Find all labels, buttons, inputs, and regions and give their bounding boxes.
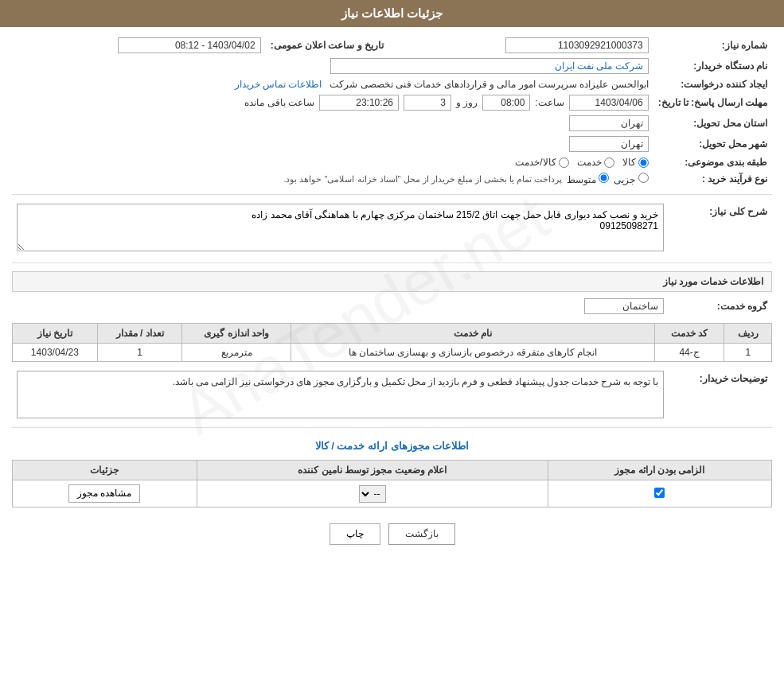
mohlat-roz: 3	[404, 95, 451, 111]
row-nam: انجام کارهای متفرقه درخصوص بازسازی و بهس…	[291, 344, 655, 362]
geroheKhadamat-value-cell: ساختمان	[12, 296, 669, 317]
mohlat-label: مهلت ارسال پاسخ: تا تاریخ:	[653, 92, 772, 113]
separator-1	[12, 194, 772, 195]
shahr-value: تهران	[569, 136, 649, 152]
khadamat-title: اطلاعات خدمات مورد نیاز	[12, 271, 772, 292]
permissions-table: الزامی بودن ارائه مجوز اعلام وضعیت مجوز …	[12, 460, 772, 507]
row-tedad: 1	[97, 344, 182, 362]
print-button[interactable]: چاپ	[330, 523, 380, 545]
tabaqe-kala[interactable]: کالا	[622, 157, 649, 168]
mohlat-baqi-label: ساعت باقی مانده	[244, 97, 314, 108]
tozihat-box: با توجه به شرح خدمات جدول پیشنهاد قطعی و…	[17, 371, 664, 418]
mohlat-row: 1403/04/06 ساعت: 08:00 روز و 3 23:10:26 …	[12, 92, 653, 113]
shahr-label: شهر محل تحویل:	[653, 134, 772, 154]
bottom-buttons: بازگشت چاپ	[12, 523, 772, 545]
ijadKonande-value-cell: ابوالحسن علیزاده سرپرست امور مالی و قرار…	[12, 76, 653, 92]
taarikh-value: 1403/04/02 - 08:12	[118, 37, 261, 53]
tozihat-value: با توجه به شرح خدمات جدول پیشنهاد قطعی و…	[173, 376, 658, 387]
separator-2	[12, 262, 772, 263]
tabaqe-kala-khadamat[interactable]: کالا/خدمت	[515, 157, 568, 168]
sharh-value-cell	[12, 201, 669, 256]
row-kod: ج-44	[654, 344, 724, 362]
namDastgah-label: نام دستگاه خریدار:	[653, 56, 772, 76]
perm-elzami-checkbox[interactable]	[654, 488, 665, 498]
shomareNiaz-value-cell: 1103092921000373	[400, 35, 653, 56]
ostan-value-cell: تهران	[400, 113, 653, 134]
ostan-label: استان محل تحویل:	[653, 113, 772, 134]
jozi-radio[interactable]	[638, 173, 649, 183]
col-radif: ردیف	[724, 324, 772, 344]
sharh-textarea[interactable]	[17, 204, 664, 251]
shahr-value-cell: تهران	[400, 134, 653, 154]
mohlat-baqi: 23:10:26	[319, 95, 399, 111]
col-kod: کد خدمت	[654, 324, 724, 344]
perm-col-elzami: الزامی بودن ارائه مجوز	[548, 461, 771, 480]
mohlat-roz-label: روز و	[456, 97, 478, 108]
page-title: جزئیات اطلاعات نیاز	[341, 6, 443, 20]
services-table: ردیف کد خدمت نام خدمت واحد اندازه گیری ت…	[12, 323, 772, 362]
perm-col-vaziat: اعلام وضعیت مجوز توسط نامین کننده	[197, 461, 548, 480]
back-button[interactable]: بازگشت	[388, 523, 455, 545]
ostan-value: تهران	[569, 115, 649, 131]
perm-col-joziyat: جزئیات	[13, 461, 197, 480]
tabaqe-label: طبقه بندی موضوعی:	[653, 154, 772, 170]
motevaset-option[interactable]: متوسط	[567, 173, 609, 185]
motevaset-radio[interactable]	[599, 173, 609, 183]
noeFarayand-label: نوع فرآیند خرید :	[653, 170, 772, 188]
permissions-section: اطلاعات مجوزهای ارائه خدمت / کالا الزامی…	[12, 436, 772, 507]
tozihat-grid: توضیحات خریدار: با توجه به شرح خدمات جدو…	[12, 368, 772, 421]
perm-vaziat-select[interactable]: --	[359, 485, 386, 503]
tabaqe-kala-radio[interactable]	[638, 157, 649, 168]
mohlat-saat-label: ساعت:	[535, 97, 564, 108]
mohlat-date: 1403/04/06	[569, 95, 649, 111]
tozihat-value-cell: با توجه به شرح خدمات جدول پیشنهاد قطعی و…	[12, 368, 669, 421]
tozihat-label: توضیحات خریدار:	[669, 368, 772, 421]
mohlat-saat: 08:00	[482, 95, 530, 111]
col-vahed: واحد اندازه گیری	[182, 324, 291, 344]
sharh-label: شرح کلی نیاز:	[669, 201, 772, 256]
noeFarayand-row: جزیی متوسط پرداخت تمام یا بخشی از مبلغ خ…	[12, 170, 653, 188]
ijadKonande-label: ایجاد کننده درخواست:	[653, 76, 772, 92]
jozi-option[interactable]: جزیی	[614, 173, 648, 185]
row-tarikh: 1403/04/23	[13, 344, 98, 362]
separator-3	[12, 427, 772, 428]
geroheKhadamat-value: ساختمان	[584, 298, 664, 314]
col-tedad: تعداد / مقدار	[97, 324, 182, 344]
namDastgah-value-cell: شرکت ملی نفت ایران	[12, 56, 653, 76]
permissions-title: اطلاعات مجوزهای ارائه خدمت / کالا	[12, 436, 772, 456]
perm-vaziat-cell: --	[197, 480, 548, 507]
namDastgah-value: شرکت ملی نفت ایران	[330, 58, 649, 74]
perm-row: -- مشاهده مجوز	[13, 480, 772, 507]
sharh-grid: شرح کلی نیاز:	[12, 201, 772, 256]
tabaqe-kala-khadamat-radio[interactable]	[559, 157, 569, 168]
page-header: جزئیات اطلاعات نیاز	[0, 0, 784, 27]
perm-elzami-cell	[548, 480, 771, 507]
ijadKonande-value: ابوالحسن علیزاده سرپرست امور مالی و قرار…	[330, 79, 648, 90]
tabaqe-khadamat[interactable]: خدمت	[577, 157, 614, 168]
geroheKhadamat-label: گروه خدمت:	[669, 296, 772, 317]
taarikh-value-cell: 1403/04/02 - 08:12	[12, 35, 266, 56]
gerohe-grid: گروه خدمت: ساختمان	[12, 296, 772, 317]
taarikh-label: تاریخ و ساعت اعلان عمومی:	[266, 35, 400, 56]
info-grid: شماره نیاز: 1103092921000373 تاریخ و ساع…	[12, 35, 772, 188]
aetlaatTamas-link[interactable]: اطلاعات تماس خریدار	[235, 79, 322, 90]
col-tarikh: تاریخ نیاز	[13, 324, 98, 344]
perm-view-button[interactable]: مشاهده مجوز	[68, 484, 140, 503]
tabaqe-options: کالا خدمت کالا/خدمت	[12, 154, 653, 170]
row-vahed: مترمربع	[182, 344, 291, 362]
table-row: 1 ج-44 انجام کارهای متفرقه درخصوص بازساز…	[13, 344, 772, 362]
shomareNiaz-label: شماره نیاز:	[653, 35, 772, 56]
col-nam: نام خدمت	[291, 324, 655, 344]
perm-joziyat-cell: مشاهده مجوز	[13, 480, 197, 507]
row-radif: 1	[724, 344, 772, 362]
farayand-note: پرداخت تمام یا بخشی از مبلغ خریدار از مح…	[283, 174, 562, 185]
tabaqe-khadamat-radio[interactable]	[604, 157, 614, 168]
shomareNiaz-value: 1103092921000373	[505, 37, 649, 53]
